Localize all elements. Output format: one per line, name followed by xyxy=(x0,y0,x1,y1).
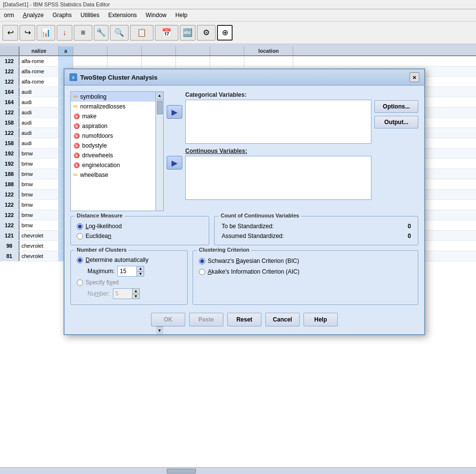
max-label: Maximum: xyxy=(87,268,114,275)
var-list-scrollbar[interactable]: ▲ ▼ xyxy=(156,91,164,211)
h-scrollbar[interactable] xyxy=(0,467,476,474)
ball-icon: a xyxy=(73,132,80,139)
num-spin-dn[interactable]: ▼ xyxy=(132,294,139,299)
menu-utilities[interactable]: Utilities xyxy=(77,10,104,20)
toolbar-btn-4[interactable]: ↓ xyxy=(57,25,72,41)
radio-specify-fixed[interactable] xyxy=(77,280,83,286)
ball-icon: a xyxy=(73,123,80,129)
var-item[interactable]: a aspiration xyxy=(71,121,155,131)
menu-graphs[interactable]: Graphs xyxy=(48,10,75,20)
help-btn[interactable]: Help xyxy=(303,313,338,326)
scroll-thumb[interactable] xyxy=(157,101,163,114)
num-spinbox-arrows: ▲ ▼ xyxy=(132,289,139,299)
output-btn[interactable]: Output... xyxy=(374,116,418,129)
radio-fixed-row: Specify fixed xyxy=(77,278,181,287)
menu-analyze[interactable]: Analyze xyxy=(19,10,48,20)
cell-rownum: 98 xyxy=(0,241,20,251)
cell-b xyxy=(73,56,108,66)
radio-bic-label[interactable]: Schwarz's Bayesian Criterion (BIC) xyxy=(208,258,299,264)
var-item-label: drivewheels xyxy=(82,152,113,159)
num-spinbox-input[interactable] xyxy=(113,289,132,299)
toolbar-btn-9[interactable]: 📅 xyxy=(155,25,178,41)
dialog-close-btn[interactable]: × xyxy=(410,72,419,82)
toolbar-redo-btn[interactable]: ↪ xyxy=(20,25,35,41)
arrow-btn-continuous[interactable]: ▶ xyxy=(167,156,182,170)
col-header-5 xyxy=(142,46,176,55)
reset-btn[interactable]: Reset xyxy=(227,313,261,326)
pencil-icon: ✏ xyxy=(73,93,78,100)
var-item[interactable]: a numofdoors xyxy=(71,131,155,141)
number-label: Number: xyxy=(87,290,110,297)
assumed-std-row: Assumed Standardized: 0 xyxy=(221,231,411,241)
assumed-std-value: 0 xyxy=(408,233,411,239)
clustering-criterion-title: Clustering Criterion xyxy=(197,247,251,253)
num-spinbox[interactable]: ▲ ▼ xyxy=(113,288,140,299)
cell-rownum: 158 xyxy=(0,138,20,148)
toolbar-btn-8[interactable]: 📋 xyxy=(130,25,153,41)
h-scroll-thumb[interactable] xyxy=(167,469,196,474)
radio-aic-label[interactable]: Akaike's Information Criterion (AIC) xyxy=(208,268,300,275)
radio-euclidean[interactable] xyxy=(77,233,83,239)
toolbar-btn-12[interactable]: ⊕ xyxy=(217,25,233,41)
max-spinbox[interactable]: ▲ ▼ xyxy=(117,266,144,277)
toolbar-undo-btn[interactable]: ↩ xyxy=(2,25,18,41)
categorical-vars-section: Categorical Variables: xyxy=(185,91,371,144)
max-spin-up[interactable]: ▲ xyxy=(137,266,144,272)
toolbar-btn-11[interactable]: ⚙ xyxy=(197,25,216,41)
cell-make: audi xyxy=(20,138,59,148)
options-btn[interactable]: Options... xyxy=(374,100,418,113)
radio-determine-auto-label[interactable]: Determine automatically xyxy=(86,257,149,263)
arrow-btn-categorical[interactable]: ▶ xyxy=(167,105,182,119)
radio-bic[interactable] xyxy=(199,258,205,264)
scroll-up-btn[interactable]: ▲ xyxy=(156,92,163,100)
cell-d xyxy=(142,56,176,66)
var-item[interactable]: a drivewheels xyxy=(71,151,155,160)
toolbar-btn-10[interactable]: 🔤 xyxy=(180,25,195,41)
radio-log-likelihood[interactable] xyxy=(77,223,83,230)
col-header-location: location xyxy=(244,46,293,55)
var-item[interactable]: a enginelocation xyxy=(71,160,155,170)
menu-bar: orm Analyze Graphs Utilities Extensions … xyxy=(0,9,476,22)
radio-euclidean-label[interactable]: Euclidean xyxy=(86,233,111,239)
var-listbox[interactable]: ✏symboling✏normalizedlosses a make a asp… xyxy=(70,91,156,211)
cell-rownum: 122 xyxy=(0,128,20,138)
radio-log-likelihood-label[interactable]: Log-likelihood xyxy=(86,223,122,230)
toolbar-btn-7[interactable]: 🔍 xyxy=(110,25,129,41)
var-item[interactable]: a make xyxy=(71,111,155,121)
var-item-label: normalizedlosses xyxy=(80,103,126,110)
toolbar-btn-5[interactable]: ≡ xyxy=(74,25,92,41)
scroll-dn-btn[interactable]: ▼ xyxy=(156,326,163,334)
radio-aic-row: Akaike's Information Criterion (AIC) xyxy=(199,266,412,277)
cell-rownum: 158 xyxy=(0,118,20,128)
cell-make: audi xyxy=(20,108,59,117)
cell-make: audi xyxy=(20,97,59,107)
number-of-clusters-group: Number of Clusters Determine automatical… xyxy=(70,250,188,305)
dialog-bottom-row: Number of Clusters Determine automatical… xyxy=(70,250,418,305)
radio-determine-auto[interactable] xyxy=(77,257,83,263)
max-spin-dn[interactable]: ▼ xyxy=(137,272,144,277)
ok-btn[interactable]: OK xyxy=(151,313,185,326)
var-item[interactable]: a bodystyle xyxy=(71,141,155,151)
num-spin-up[interactable]: ▲ xyxy=(132,289,139,294)
menu-window[interactable]: Window xyxy=(142,10,171,20)
col-header-a: a xyxy=(59,46,73,55)
toolbar-btn-3[interactable]: 📊 xyxy=(37,25,55,41)
continuous-vars-box[interactable] xyxy=(185,156,371,200)
var-item[interactable]: ✏symboling xyxy=(71,92,155,102)
menu-extensions[interactable]: Extensions xyxy=(104,10,141,20)
max-spinbox-input[interactable] xyxy=(118,266,136,276)
var-item[interactable]: ✏normalizedlosses xyxy=(71,102,155,111)
menu-orm[interactable]: orm xyxy=(0,10,18,20)
menu-help[interactable]: Help xyxy=(172,10,192,20)
paste-btn[interactable]: Paste xyxy=(189,313,223,326)
continuous-vars-label: Continuous Variables: xyxy=(185,148,371,154)
toolbar-btn-6[interactable]: 🔧 xyxy=(94,25,108,41)
radio-specify-fixed-label[interactable]: Specify fixed xyxy=(86,279,119,286)
categorical-vars-box[interactable] xyxy=(185,100,371,144)
max-row: Maximum: ▲ ▼ xyxy=(77,264,181,278)
radio-aic[interactable] xyxy=(199,269,205,275)
cell-make: bmw xyxy=(20,210,59,220)
var-item[interactable]: ✏wheelbase xyxy=(71,170,155,180)
cancel-btn[interactable]: Cancel xyxy=(265,313,300,326)
cell-rownum: 188 xyxy=(0,169,20,179)
